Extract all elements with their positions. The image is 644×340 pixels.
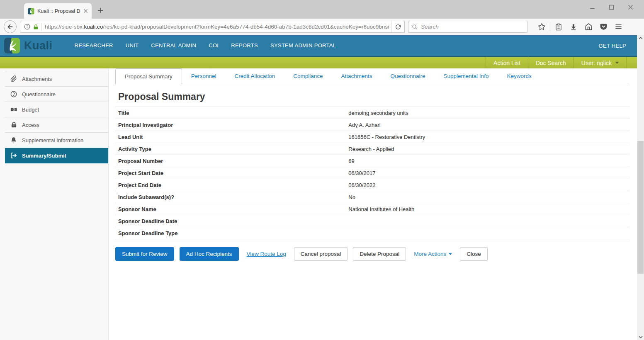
sign-out-icon bbox=[10, 152, 17, 159]
nav-reports[interactable]: REPORTS bbox=[225, 35, 264, 56]
sidebar-item-questionnaire[interactable]: Questionnaire bbox=[5, 87, 108, 102]
page-scrollbar[interactable] bbox=[637, 35, 644, 340]
maximize-icon[interactable] bbox=[602, 1, 621, 13]
field-value: 161656C - Restorative Dentistry bbox=[348, 134, 630, 140]
https-lock-icon[interactable] bbox=[33, 24, 39, 30]
question-circle-icon bbox=[10, 91, 17, 97]
url-prefix: https://siue-sbx. bbox=[45, 24, 84, 30]
new-tab-icon[interactable] bbox=[96, 6, 105, 15]
minimize-icon[interactable] bbox=[583, 1, 602, 13]
field-value: demoing secondary units bbox=[348, 110, 630, 116]
utility-bar: Action List Doc Search User: nglick bbox=[0, 56, 637, 68]
more-actions-label: More Actions bbox=[414, 251, 446, 257]
bookmarks-clipboard-icon[interactable] bbox=[551, 20, 566, 34]
sidebar-item-access[interactable]: Access bbox=[5, 117, 108, 133]
nav-coi[interactable]: COI bbox=[202, 35, 225, 56]
action-buttons: Submit for Review Ad Hoc Recipients View… bbox=[115, 247, 630, 261]
field-row-proposal-number: Proposal Number 69 bbox=[115, 155, 630, 167]
sidebar-item-summary-submit[interactable]: Summary/Submit bbox=[5, 148, 108, 163]
tab-compliance[interactable]: Compliance bbox=[284, 68, 332, 84]
kuali-favicon-icon bbox=[28, 8, 34, 15]
search-input[interactable] bbox=[420, 23, 524, 30]
toolbar-divider bbox=[550, 23, 550, 31]
brand-name: Kuali bbox=[24, 39, 53, 52]
field-value: 06/30/2022 bbox=[348, 182, 630, 188]
browser-titlebar: Kuali :: Proposal Developme bbox=[0, 0, 644, 19]
delete-proposal-button[interactable]: Delete Proposal bbox=[353, 247, 406, 261]
close-button[interactable]: Close bbox=[460, 247, 488, 261]
nav-unit[interactable]: UNIT bbox=[119, 35, 145, 56]
pocket-icon[interactable] bbox=[596, 20, 611, 34]
cancel-proposal-button[interactable]: Cancel proposal bbox=[294, 247, 348, 261]
field-label: Project End Date bbox=[118, 182, 348, 188]
lock-icon bbox=[10, 121, 17, 128]
field-row-sponsor-deadline-date: Sponsor Deadline Date bbox=[115, 215, 630, 227]
nav-central-admin[interactable]: CENTRAL ADMIN bbox=[145, 35, 202, 56]
view-route-log-link[interactable]: View Route Log bbox=[247, 251, 286, 257]
home-icon[interactable] bbox=[581, 20, 596, 34]
user-label: User: nglick bbox=[581, 60, 612, 66]
field-label: Sponsor Deadline Type bbox=[118, 230, 348, 236]
field-value: 69 bbox=[348, 158, 630, 164]
scroll-down-icon[interactable] bbox=[637, 336, 644, 338]
field-row-title: Title demoing secondary units bbox=[115, 107, 630, 119]
search-icon bbox=[412, 24, 418, 30]
url-path: /res/kc-pd-krad/proposalDevelopment?form… bbox=[103, 24, 389, 30]
kuali-header: Kuali RESEARCHER UNIT CENTRAL ADMIN COI … bbox=[0, 35, 637, 56]
submit-for-review-button[interactable]: Submit for Review bbox=[115, 247, 174, 261]
scrollbar-thumb[interactable] bbox=[637, 141, 644, 274]
more-actions-menu[interactable]: More Actions bbox=[414, 251, 452, 257]
tab-attachments[interactable]: Attachments bbox=[332, 68, 381, 84]
tab-credit-allocation[interactable]: Credit Allocation bbox=[226, 68, 284, 84]
tab-proposal-summary[interactable]: Proposal Summary bbox=[115, 68, 182, 84]
tab-questionnaire[interactable]: Questionnaire bbox=[382, 68, 435, 84]
sidebar-item-label: Attachments bbox=[22, 76, 52, 82]
reload-button[interactable] bbox=[391, 21, 404, 32]
kuali-brand[interactable]: Kuali bbox=[4, 38, 53, 53]
action-list-link[interactable]: Action List bbox=[486, 57, 528, 68]
tab-keywords[interactable]: Keywords bbox=[498, 68, 540, 84]
downloads-icon[interactable] bbox=[566, 20, 581, 34]
page-info-icon[interactable] bbox=[24, 24, 30, 30]
menu-hamburger-icon[interactable] bbox=[611, 20, 626, 34]
field-value: 06/30/2017 bbox=[348, 170, 630, 176]
field-label: Project Start Date bbox=[118, 170, 348, 176]
main-content: Proposal Summary Personnel Credit Alloca… bbox=[109, 68, 637, 340]
nav-researcher[interactable]: RESEARCHER bbox=[68, 35, 119, 56]
field-label: Principal Investigator bbox=[118, 122, 348, 128]
field-label: Activity Type bbox=[118, 146, 348, 152]
browser-tab[interactable]: Kuali :: Proposal Developme bbox=[24, 3, 92, 19]
field-value: Research - Applied bbox=[348, 146, 630, 152]
kuali-logo-icon bbox=[4, 38, 20, 53]
field-row-activity-type: Activity Type Research - Applied bbox=[115, 143, 630, 155]
sidebar-item-budget[interactable]: Budget bbox=[5, 102, 108, 117]
get-help-link[interactable]: GET HELP bbox=[599, 43, 626, 49]
scroll-up-icon[interactable] bbox=[637, 37, 644, 39]
close-window-icon[interactable] bbox=[621, 1, 640, 13]
sidebar-item-label: Summary/Submit bbox=[22, 153, 66, 159]
nav-system-admin-portal[interactable]: SYSTEM ADMIN PORTAL bbox=[264, 35, 342, 56]
field-row-project-start-date: Project Start Date 06/30/2017 bbox=[115, 167, 630, 179]
tab-personnel[interactable]: Personnel bbox=[182, 68, 226, 84]
url-bar[interactable]: https://siue-sbx.kuali.co/res/kc-pd-krad… bbox=[20, 21, 405, 33]
search-bar[interactable] bbox=[408, 21, 527, 33]
sidebar-item-attachments[interactable]: Attachments bbox=[5, 71, 108, 87]
ad-hoc-recipients-button[interactable]: Ad Hoc Recipients bbox=[180, 247, 239, 261]
sidebar-item-label: Supplemental Information bbox=[22, 137, 83, 143]
chevron-down-icon bbox=[449, 253, 452, 255]
tab-close-icon[interactable] bbox=[83, 9, 88, 13]
field-row-principal-investigator: Principal Investigator Ady A. Azhari bbox=[115, 119, 630, 131]
sidebar-item-supplemental-information[interactable]: Supplemental Information bbox=[5, 133, 108, 148]
tab-supplemental-info[interactable]: Supplemental Info bbox=[435, 68, 498, 84]
url-domain: kuali.co bbox=[84, 24, 103, 30]
bookmark-star-icon[interactable] bbox=[534, 20, 549, 34]
back-button[interactable] bbox=[4, 20, 17, 33]
field-row-include-subawards: Include Subaward(s)? No bbox=[115, 191, 630, 203]
doc-search-link[interactable]: Doc Search bbox=[528, 57, 574, 68]
summary-fields: Title demoing secondary units Principal … bbox=[115, 107, 630, 239]
field-value: National Institutes of Health bbox=[348, 206, 630, 212]
top-nav: RESEARCHER UNIT CENTRAL ADMIN COI REPORT… bbox=[68, 35, 343, 56]
user-menu[interactable]: User: nglick bbox=[574, 57, 626, 68]
field-label: Title bbox=[118, 110, 348, 116]
page-title: Proposal Summary bbox=[118, 91, 630, 102]
